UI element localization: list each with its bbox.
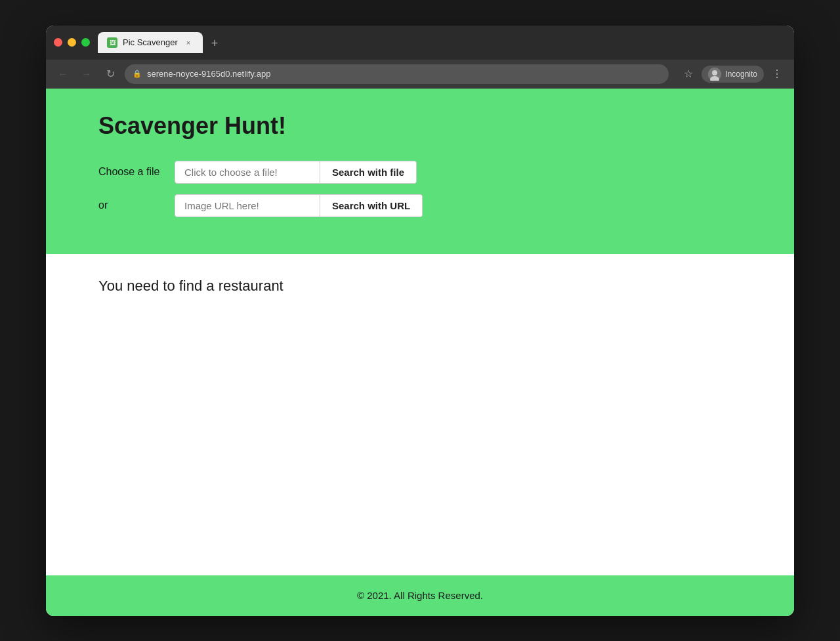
tab-title: Pic Scavenger bbox=[123, 37, 178, 47]
tab-favicon: 🖼 bbox=[107, 37, 117, 48]
page-content: Scavenger Hunt! Choose a file Search wit… bbox=[46, 89, 794, 616]
maximize-traffic-light[interactable] bbox=[81, 38, 90, 47]
search-with-url-button[interactable]: Search with URL bbox=[320, 195, 422, 217]
forward-button[interactable]: → bbox=[77, 65, 96, 83]
address-bar-input[interactable]: 🔒 serene-noyce-9165d0.netlify.app bbox=[125, 64, 669, 84]
incognito-label: Incognito bbox=[725, 70, 757, 79]
title-bar: 🖼 Pic Scavenger × + bbox=[46, 26, 794, 60]
incognito-avatar bbox=[708, 68, 721, 81]
star-icon: ☆ bbox=[684, 68, 693, 80]
lock-icon: 🔒 bbox=[133, 70, 142, 78]
reload-button[interactable]: ↻ bbox=[101, 65, 119, 83]
traffic-lights bbox=[54, 38, 90, 47]
minimize-traffic-light[interactable] bbox=[68, 38, 76, 47]
tab-bar: 🖼 Pic Scavenger × + bbox=[98, 32, 786, 53]
tab-close-button[interactable]: × bbox=[183, 37, 194, 48]
file-label: Choose a file bbox=[98, 166, 164, 178]
more-icon: ⋮ bbox=[772, 68, 782, 80]
file-search-group: Search with file bbox=[175, 161, 417, 184]
footer-text: © 2021. All Rights Reserved. bbox=[357, 590, 483, 601]
new-tab-button[interactable]: + bbox=[205, 35, 224, 53]
svg-point-1 bbox=[712, 70, 717, 75]
address-bar: ← → ↻ 🔒 serene-noyce-9165d0.netlify.app … bbox=[46, 60, 794, 89]
browser-window: 🖼 Pic Scavenger × + ← → ↻ 🔒 serene-noyce… bbox=[46, 26, 794, 616]
page-body: You need to find a restaurant bbox=[46, 254, 794, 575]
incognito-badge[interactable]: Incognito bbox=[702, 66, 764, 83]
bookmark-button[interactable]: ☆ bbox=[679, 65, 698, 83]
file-search-row: Choose a file Search with file bbox=[98, 161, 742, 184]
page-header: Scavenger Hunt! Choose a file Search wit… bbox=[46, 89, 794, 254]
url-input[interactable] bbox=[175, 195, 320, 217]
back-button[interactable]: ← bbox=[54, 65, 72, 83]
url-search-row: or Search with URL bbox=[98, 194, 742, 217]
address-text: serene-noyce-9165d0.netlify.app bbox=[147, 69, 270, 79]
browser-actions: ☆ Incognito ⋮ bbox=[679, 65, 786, 83]
url-search-group: Search with URL bbox=[175, 194, 423, 217]
more-button[interactable]: ⋮ bbox=[768, 65, 786, 83]
page-footer: © 2021. All Rights Reserved. bbox=[46, 575, 794, 616]
file-input[interactable] bbox=[175, 161, 320, 183]
search-with-file-button[interactable]: Search with file bbox=[320, 161, 416, 183]
result-text: You need to find a restaurant bbox=[98, 278, 742, 295]
close-traffic-light[interactable] bbox=[54, 38, 62, 47]
url-label: or bbox=[98, 199, 164, 211]
page-title: Scavenger Hunt! bbox=[98, 112, 742, 140]
active-tab[interactable]: 🖼 Pic Scavenger × bbox=[98, 32, 203, 53]
